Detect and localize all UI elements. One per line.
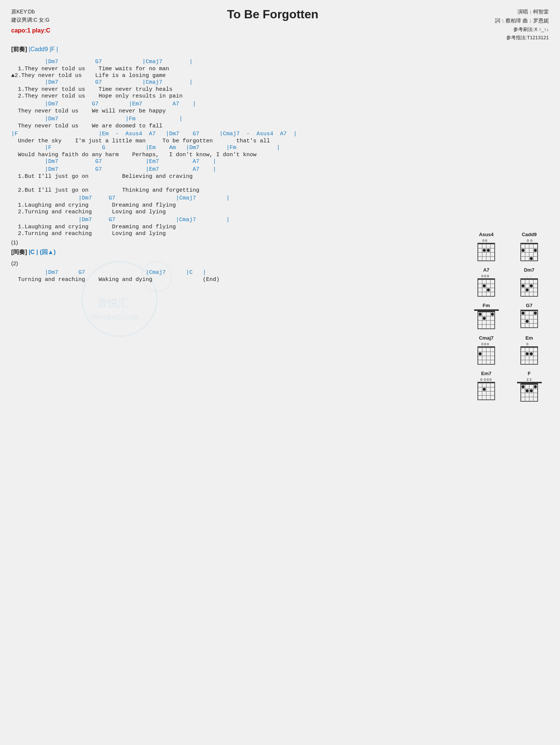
lyric-2a: 1.They never told us Time never truly he…	[11, 86, 549, 93]
lyric-2b: 2.They never told us Hope only results i…	[11, 93, 549, 99]
watermark: 音悦汇 YINYUEHZJ.COM ♪	[75, 254, 194, 352]
chord-line-4: |Dm7 |Fm |	[11, 116, 549, 122]
chord-line-1: |Dm7 G7 |Cmaj7 |	[11, 59, 549, 65]
em-grid	[520, 346, 538, 365]
section-4: |F |Em - Asus4 A7 |Dm7 G7 |Cmaj7 - Asus4…	[11, 131, 549, 165]
dm7-open: . .	[526, 274, 532, 278]
lyric-11a: 1.Laughing and crying Dreaming and flyin…	[11, 224, 549, 230]
chord-diagrams: Asus4 oo Cadd9 oo	[467, 232, 549, 402]
cadd9-open: oo	[525, 238, 533, 242]
section-5: |Dm7 G7 |Em7 A7 | 1.But I'll just go on …	[11, 166, 549, 194]
svg-text:YINYUEHZJ.COM: YINYUEHZJ.COM	[90, 314, 139, 321]
finger-pattern: 参考指法:T1213121	[495, 34, 549, 42]
chord-cadd9-name: Cadd9	[522, 232, 537, 237]
page: 原KEY:Db 建议男调:C 女:G capo:1 play:C To Be F…	[0, 0, 560, 745]
chord-line-2: |Dm7 G7 |Cmaj7 |	[11, 79, 549, 86]
singer: 演唱：柯智棠	[495, 7, 549, 16]
f-open: z z	[527, 377, 532, 381]
header-right: 演唱：柯智棠 詞：蔡柏璋 曲：罗恩妮 参考刷法:X ↑_↑↓ 参考指法:T121…	[495, 7, 549, 42]
song-title: To Be Forgotten	[50, 7, 495, 42]
asus4-grid	[477, 243, 495, 261]
chord-line-8: |Dm7 G7 |Em7 A7 |	[11, 166, 549, 173]
a7-grid	[477, 278, 495, 297]
lyric-5a: Under the sky I'm just a little man To b…	[11, 138, 549, 144]
prelude: [前奏] |Cadd9 |F |	[11, 46, 549, 53]
chord-line-3: |Dm7 G7 |Em7 A7 |	[11, 101, 549, 107]
g7-grid	[520, 310, 538, 328]
cmaj7-open: ooo	[481, 342, 491, 346]
chord-a7: A7 ooo	[467, 267, 506, 297]
strum-pattern: 参考刷法:X ↑_↑↓	[495, 25, 549, 34]
chord-dm7-name: Dm7	[524, 267, 534, 273]
lyric-1b: ▲2.They never told us Life is a losing g…	[11, 72, 549, 79]
chord-line-5: |F |Em - Asus4 A7 |Dm7 G7 |Cmaj7 - Asus4…	[11, 131, 549, 137]
em-open: o	[526, 342, 532, 346]
section-2: |Dm7 G7 |Em7 A7 | They never told us We …	[11, 101, 549, 114]
chord-em: Em o	[510, 335, 549, 365]
chord-f-name: F	[528, 371, 531, 376]
original-key: 原KEY:Db	[11, 7, 50, 16]
header: 原KEY:Db 建议男调:C 女:G capo:1 play:C To Be F…	[11, 7, 549, 42]
section-6: |Dm7 G7 |Cmaj7 | 1.Laughing and crying D…	[11, 195, 549, 215]
lyric-10b: 2.Turning and reaching Loving and lying	[11, 209, 549, 215]
fm-grid	[477, 311, 495, 329]
lyric-8a: 1.But I'll just go on Believing and crav…	[11, 173, 549, 180]
chord-asus4-name: Asus4	[479, 232, 494, 237]
chord-line-7: |Dm7 G7 |Em7 A7 |	[11, 158, 549, 165]
chord-g7: G7	[510, 303, 549, 329]
em7-open: oooo	[480, 377, 492, 381]
chord-dm7: Dm7 . .	[510, 267, 549, 297]
chord-f: F z z	[510, 371, 549, 402]
chord-line-6: |F G |Em Am |Dm7 |Fm |	[11, 145, 549, 151]
chord-line-10: |Dm7 G7 |Cmaj7 |	[11, 195, 549, 201]
svg-text:音悦汇: 音悦汇	[97, 297, 128, 309]
a7-open: ooo	[481, 274, 491, 278]
chord-em7-name: Em7	[481, 371, 491, 376]
lyric-1a: 1.They never told us Time waits for no m…	[11, 66, 549, 72]
chord-em-name: Em	[525, 335, 533, 341]
chord-line-9	[11, 180, 549, 186]
chord-a7-name: A7	[483, 267, 489, 273]
lyric-9a: 2.But I'll just go on Thinking and forge…	[11, 187, 549, 194]
em7-grid	[477, 382, 495, 400]
section-1: |Dm7 G7 |Cmaj7 | 1.They never told us Ti…	[11, 59, 549, 99]
header-left: 原KEY:Db 建议男调:C 女:G capo:1 play:C	[11, 7, 50, 42]
chord-cadd9: Cadd9 oo	[510, 232, 549, 261]
lyric-3a: They never told us We will never be happ…	[11, 108, 549, 114]
lyric-6a: Would having faith do any harm Perhaps, …	[11, 152, 549, 158]
lyric-4a: They never told us We are doomed to fall	[11, 123, 549, 129]
chord-g7-name: G7	[526, 303, 532, 308]
capo-line: capo:1 play:C	[11, 26, 50, 35]
chord-cmaj7-name: Cmaj7	[479, 335, 494, 341]
chord-fm-name: Fm	[483, 303, 490, 308]
section-3: |Dm7 |Fm | They never told us We are doo…	[11, 116, 549, 129]
lyric-10a: 1.Laughing and crying Dreaming and flyin…	[11, 202, 549, 208]
cadd9-grid	[520, 243, 538, 261]
dm7-grid	[520, 278, 538, 297]
f-grid	[520, 383, 538, 402]
asus4-open: oo	[482, 238, 490, 242]
credits: 詞：蔡柏璋 曲：罗恩妮	[495, 16, 549, 25]
suggested-key: 建议男调:C 女:G	[11, 16, 50, 24]
chord-line-11: |Dm7 G7 |Cmaj7 |	[11, 217, 549, 223]
chord-em7: Em7 oooo	[467, 371, 506, 402]
chord-fm: Fm	[467, 303, 506, 329]
chord-cmaj7: Cmaj7 ooo	[467, 335, 506, 365]
cmaj7-grid	[477, 346, 495, 365]
chord-asus4: Asus4 oo	[467, 232, 506, 261]
